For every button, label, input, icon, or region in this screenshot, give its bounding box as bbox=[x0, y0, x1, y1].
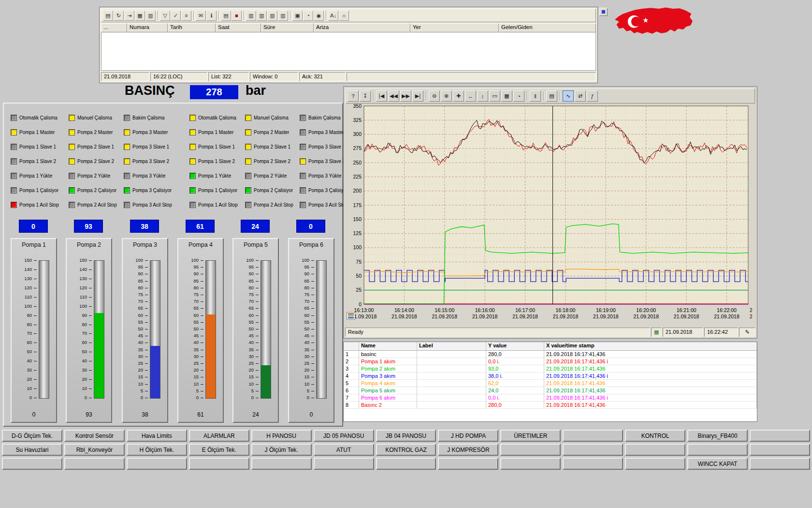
trend-value-row[interactable]: 5Pompa 4 akım62,021.09.2018 16:17:41,436 bbox=[344, 380, 757, 387]
zoom-value-axis-icon[interactable]: ↕ bbox=[477, 90, 488, 102]
info-icon[interactable]: ℹ bbox=[206, 11, 217, 21]
zoom-move-icon[interactable]: ✚ bbox=[453, 90, 464, 102]
nav-button-blank[interactable] bbox=[500, 444, 561, 456]
sort-icon[interactable]: ▽ bbox=[160, 11, 170, 21]
nav-button-hava-limits[interactable]: Hava Limits bbox=[127, 430, 187, 442]
time-base-icon[interactable]: ◔ bbox=[513, 90, 524, 102]
nav-button-blank[interactable] bbox=[625, 458, 685, 470]
last-record-icon[interactable]: ▶| bbox=[412, 90, 423, 102]
nav-button-blank[interactable] bbox=[625, 444, 685, 456]
nav-button-blank[interactable] bbox=[563, 430, 623, 442]
select-messages-icon[interactable]: ▣ bbox=[292, 11, 303, 21]
nav-button-wincc-kapat[interactable]: WINCC KAPAT bbox=[687, 458, 748, 470]
nav-button-j-hd-pompa[interactable]: J HD POMPA bbox=[438, 430, 498, 442]
message-list-4-icon[interactable]: ▥ bbox=[278, 11, 288, 21]
nav-button-blank[interactable] bbox=[750, 430, 810, 442]
nav-button-rbl-konvey-r[interactable]: Rbl_Konveyör bbox=[64, 444, 125, 456]
nav-button-blank[interactable] bbox=[2, 458, 62, 470]
nav-button-kontrol-gaz[interactable]: KONTROL GAZ bbox=[376, 444, 436, 456]
nav-button-jd-05-panosu[interactable]: JD 05 PANOSU bbox=[314, 430, 374, 442]
nav-button-su-havuzlari[interactable]: Su Havuzlari bbox=[2, 444, 62, 456]
alarm-column-header-4[interactable]: Saat bbox=[216, 23, 261, 32]
export-icon[interactable]: ↧ bbox=[360, 90, 371, 102]
nav-button-blank[interactable] bbox=[563, 444, 623, 456]
nav-button-d-g-l-m-tek[interactable]: D-G Ölçüm Tek. bbox=[2, 430, 62, 442]
statistics-icon[interactable]: ▥ bbox=[145, 11, 156, 21]
nav-button-h-l-m-tek[interactable]: H Ölçüm Tek. bbox=[127, 444, 187, 456]
alarm-column-header-2[interactable]: Numara bbox=[127, 23, 168, 32]
alarm-column-header-7[interactable]: Yer bbox=[410, 23, 499, 32]
stop-update-icon[interactable]: ■ bbox=[232, 11, 242, 21]
nav-button-alarmlar[interactable]: ALARMLAR bbox=[189, 430, 249, 442]
alarm-restore-button[interactable] bbox=[599, 8, 608, 16]
connect-points-icon[interactable]: ⇄ bbox=[575, 90, 586, 102]
alarm-column-header-8[interactable]: Gelen/Giden bbox=[499, 23, 596, 32]
message-list-icon[interactable]: ▤ bbox=[103, 11, 113, 21]
trend-value-row[interactable]: 6Pompa 5 akım24,021.09.2018 16:17:41,436 bbox=[344, 387, 757, 394]
alarm-message-list[interactable] bbox=[101, 32, 596, 71]
nav-button-binarys-fb400[interactable]: Binarys_FB400 bbox=[687, 430, 748, 442]
nav-button-blank[interactable] bbox=[251, 458, 312, 470]
nav-button-j-l-m-tek[interactable]: J Ölçüm Tek. bbox=[251, 444, 312, 456]
comment-icon[interactable]: ✉ bbox=[196, 11, 206, 21]
trend-value-row[interactable]: 3Pompa 2 akım93,021.09.2018 16:17:41,436 bbox=[344, 365, 757, 373]
trend-value-row[interactable]: 4Pompa 3 akım38,0 i.21.09.2018 16:17:41,… bbox=[344, 373, 757, 380]
nav-button-blank[interactable] bbox=[750, 444, 810, 456]
help-icon[interactable]: ? bbox=[348, 90, 359, 102]
trend-chart[interactable]: 0255075100125150175200225250275300325350… bbox=[347, 104, 753, 312]
next-page-icon[interactable]: ▶▶ bbox=[400, 90, 411, 102]
autoscroll-icon[interactable]: ⇥ bbox=[124, 11, 134, 21]
zoom-time-axis-icon[interactable]: ↔ bbox=[465, 90, 476, 102]
select-time-range-icon[interactable]: ▦ bbox=[501, 90, 512, 102]
nav-button-blank[interactable] bbox=[500, 458, 561, 470]
gauge-scale-label: 45 bbox=[178, 333, 199, 338]
nav-button-blank[interactable] bbox=[127, 458, 187, 470]
message-list-3-icon[interactable]: ▥ bbox=[267, 11, 277, 21]
nav-button-e-l-m-tek[interactable]: E Ölçüm Tek. bbox=[189, 444, 249, 456]
trend-value-row[interactable]: 1basinc280,021.09.2018 16:17:41,436 bbox=[344, 351, 757, 358]
print-icon[interactable]: ▤ bbox=[546, 90, 557, 102]
nav-button-blank[interactable] bbox=[750, 458, 810, 470]
alarm-column-header-3[interactable]: Tarih bbox=[168, 23, 216, 32]
statistics-icon[interactable]: ƒ bbox=[587, 90, 598, 102]
nav-button-h-panosu[interactable]: H PANOSU bbox=[251, 430, 312, 442]
zoom-out-icon[interactable]: ⊖ bbox=[429, 90, 440, 102]
nav-button-blank[interactable] bbox=[563, 458, 623, 470]
refresh-icon[interactable]: ↻ bbox=[114, 11, 124, 21]
alarm-column-header-1[interactable]: ... bbox=[101, 23, 127, 32]
sort-order-icon[interactable]: A↓ bbox=[328, 11, 338, 21]
nav-button-kontrol-sens-r[interactable]: Kontrol Sensör bbox=[64, 430, 125, 442]
nav-button-blank[interactable] bbox=[687, 444, 748, 456]
select-curves-icon[interactable]: ∿ bbox=[563, 90, 574, 102]
trend-value-row[interactable]: 2Pompa 1 akım0,0 i.21.09.2018 16:17:41,4… bbox=[344, 358, 757, 365]
nav-button-atut[interactable]: ATUT bbox=[314, 444, 374, 456]
first-record-icon[interactable]: |◀ bbox=[376, 90, 387, 102]
legend-icon[interactable] bbox=[347, 312, 355, 320]
emergency-ack-icon[interactable]: ☼ bbox=[339, 11, 349, 21]
trend-value-row[interactable]: 8Basınc 2280,021.09.2018 16:17:41,436 bbox=[344, 402, 757, 409]
column-select-icon[interactable]: ▦ bbox=[135, 11, 145, 21]
zoom-in-icon[interactable]: ⊕ bbox=[441, 90, 452, 102]
alarm-column-header-6[interactable]: Ariza bbox=[314, 23, 410, 32]
message-list-1-icon[interactable]: ▥ bbox=[246, 11, 256, 21]
ack-visible-icon[interactable]: ≡ bbox=[181, 11, 191, 21]
prev-page-icon[interactable]: ◀◀ bbox=[388, 90, 399, 102]
print-icon[interactable]: ▤ bbox=[221, 11, 231, 21]
nav-button-j-kompres-r[interactable]: J KOMPRESÖR bbox=[438, 444, 498, 456]
pause-icon[interactable]: ‖ bbox=[530, 90, 541, 102]
lock-icon[interactable]: ◉ bbox=[314, 11, 324, 21]
nav-button-retimler[interactable]: ÜRETIMLER bbox=[500, 430, 561, 442]
nav-button-blank[interactable] bbox=[438, 458, 498, 470]
original-view-icon[interactable]: ▭ bbox=[489, 90, 500, 102]
ack-single-icon[interactable]: ✓ bbox=[171, 11, 181, 21]
time-base-icon[interactable]: ◔ bbox=[303, 11, 313, 21]
nav-button-blank[interactable] bbox=[376, 458, 436, 470]
message-list-2-icon[interactable]: ▥ bbox=[257, 11, 267, 21]
nav-button-blank[interactable] bbox=[64, 458, 125, 470]
alarm-column-header-5[interactable]: Süre bbox=[261, 23, 314, 32]
nav-button-blank[interactable] bbox=[314, 458, 374, 470]
nav-button-kontrol[interactable]: KONTROL bbox=[625, 430, 685, 442]
nav-button-blank[interactable] bbox=[189, 458, 249, 470]
nav-button-jb-04-panosu[interactable]: JB 04 PANOSU bbox=[376, 430, 436, 442]
trend-value-row[interactable]: 7Pompa 6 akım0,0 i.21.09.2018 16:17:41,4… bbox=[344, 394, 757, 402]
